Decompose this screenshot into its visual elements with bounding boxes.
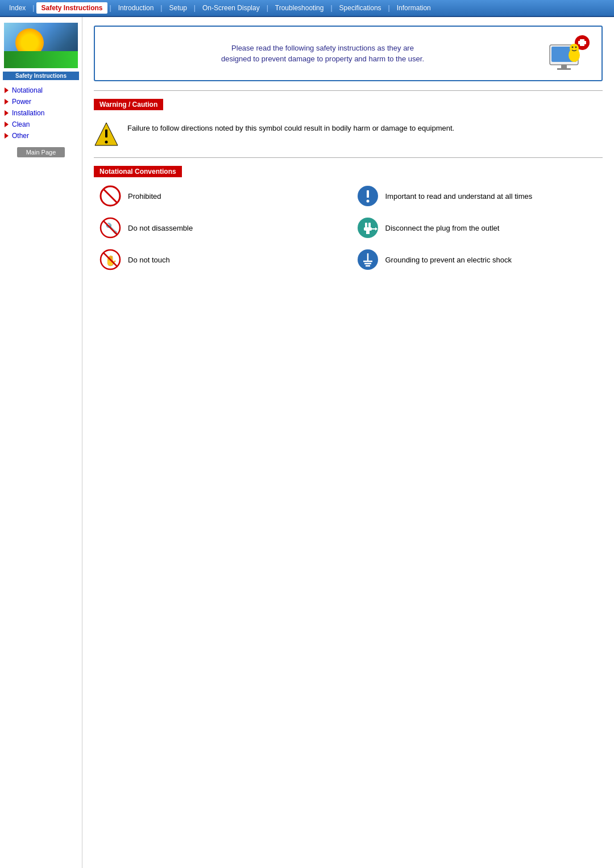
no-touch-label: Do not touch <box>128 256 170 264</box>
warning-box: Failure to follow directions noted by th… <box>94 117 603 149</box>
nav-safety-instructions[interactable]: Safety Instructions <box>36 2 107 14</box>
arrow-icon <box>5 122 9 127</box>
divider-2 <box>94 157 603 158</box>
no-touch-icon: ✋ <box>99 249 121 270</box>
intro-line1: Please read the following safety instruc… <box>231 44 414 52</box>
sidebar-item-label: Notational <box>12 86 43 94</box>
sidebar-item-clean[interactable]: Clean <box>0 119 82 130</box>
svg-rect-26 <box>366 231 370 234</box>
nav-osd[interactable]: On-Screen Display <box>198 2 264 14</box>
svg-point-10 <box>575 47 577 48</box>
sidebar-item-notational[interactable]: Notational <box>0 85 82 96</box>
navbar: Index | Safety Instructions | Introducti… <box>0 0 614 17</box>
nav-troubleshooting[interactable]: Troubleshooting <box>271 2 329 14</box>
nav-sep-1: | <box>32 4 34 12</box>
intro-line2: designed to prevent damage to property a… <box>221 55 424 63</box>
important-icon <box>357 185 379 207</box>
notational-section: Notational Conventions Prohibited <box>94 166 603 270</box>
prohibited-icon <box>99 185 121 207</box>
svg-point-8 <box>570 44 579 53</box>
nav-sep-2: | <box>110 4 111 12</box>
intro-banner: Please read the following safety instruc… <box>94 26 603 81</box>
warning-text: Failure to follow directions noted by th… <box>127 120 454 134</box>
convention-no-touch: ✋ Do not touch <box>99 249 340 270</box>
convention-no-disassemble: 🔧 Do not disassemble <box>99 217 340 239</box>
nav-setup[interactable]: Setup <box>164 2 191 14</box>
warning-svg <box>94 120 119 149</box>
important-label: Important to read and understand at all … <box>385 192 533 201</box>
convention-disconnect: Disconnect the plug from the outlet <box>357 217 598 239</box>
grounding-icon <box>357 249 379 270</box>
sidebar-logo-label: Safety Instructions <box>3 72 79 80</box>
arrow-icon <box>5 99 9 105</box>
convention-grounding: Grounding to prevent an electric shock <box>357 249 598 270</box>
nav-introduction[interactable]: Introduction <box>114 2 159 14</box>
arrow-icon <box>5 133 9 139</box>
disconnect-label: Disconnect the plug from the outlet <box>385 224 500 232</box>
svg-rect-24 <box>368 223 371 227</box>
prohibited-label: Prohibited <box>128 192 161 201</box>
grounding-label: Grounding to prevent an electric shock <box>385 256 512 264</box>
convention-prohibited: Prohibited <box>99 185 340 207</box>
notational-section-label: Notational Conventions <box>94 166 182 177</box>
nav-sep-4: | <box>194 4 196 12</box>
svg-line-15 <box>103 189 117 203</box>
no-disassemble-icon: 🔧 <box>99 217 121 239</box>
intro-text: Please read the following safety instruc… <box>104 43 541 65</box>
sidebar-item-other[interactable]: Other <box>0 130 82 141</box>
warning-triangle-icon <box>94 120 119 146</box>
sidebar-logo <box>4 23 78 68</box>
sidebar: Safety Instructions Notational Power Ins… <box>0 17 82 868</box>
mascot-svg <box>547 34 592 73</box>
nav-sep-5: | <box>267 4 268 12</box>
nav-sep-3: | <box>160 4 162 12</box>
svg-rect-25 <box>364 227 372 231</box>
svg-point-18 <box>366 200 369 203</box>
svg-rect-3 <box>557 68 571 70</box>
divider-1 <box>94 90 603 91</box>
logo-ground <box>4 51 78 68</box>
no-disassemble-label: Do not disassemble <box>128 224 193 232</box>
warning-section: Warning / Caution Failure to follow dire… <box>94 99 603 149</box>
nav-information[interactable]: Information <box>392 2 435 14</box>
svg-point-9 <box>572 47 574 48</box>
svg-rect-17 <box>367 190 369 198</box>
main-content: Please read the following safety instruc… <box>82 17 614 868</box>
sidebar-item-power[interactable]: Power <box>0 96 82 107</box>
conventions-grid: Prohibited Important to read and underst… <box>94 185 603 270</box>
svg-rect-6 <box>578 41 586 44</box>
sidebar-item-label: Installation <box>12 109 44 117</box>
arrow-icon <box>5 110 9 116</box>
nav-specifications[interactable]: Specifications <box>335 2 386 14</box>
sidebar-item-label: Power <box>12 98 31 106</box>
arrow-icon <box>5 87 9 93</box>
disconnect-icon <box>357 217 379 239</box>
sidebar-item-label: Clean <box>12 120 30 128</box>
sidebar-item-label: Other <box>12 132 29 140</box>
convention-important: Important to read and understand at all … <box>357 185 598 207</box>
nav-sep-6: | <box>330 4 332 12</box>
svg-rect-23 <box>365 223 367 227</box>
sidebar-item-installation[interactable]: Installation <box>0 107 82 119</box>
intro-mascot <box>547 34 592 73</box>
main-container: Safety Instructions Notational Power Ins… <box>0 17 614 868</box>
svg-point-13 <box>105 141 108 144</box>
nav-sep-7: | <box>388 4 390 12</box>
main-page-button[interactable]: Main Page <box>17 147 65 157</box>
warning-section-label: Warning / Caution <box>94 99 163 110</box>
nav-index[interactable]: Index <box>5 2 30 14</box>
svg-rect-12 <box>105 130 107 137</box>
